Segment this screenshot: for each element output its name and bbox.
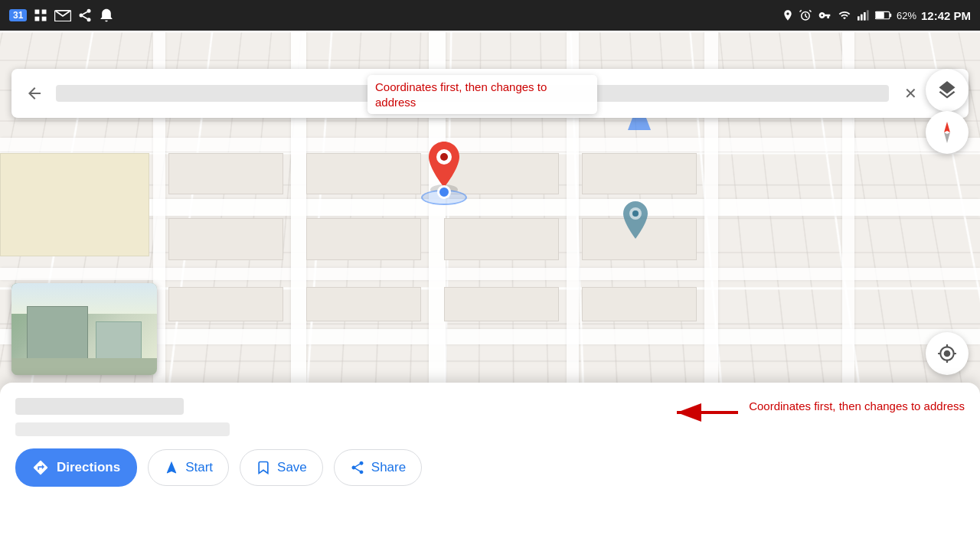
city-block [582, 287, 697, 321]
start-button[interactable]: Start [148, 449, 229, 486]
share-icon [350, 460, 365, 475]
svg-marker-24 [944, 122, 950, 132]
status-bar: 31 62% 12:42 PM [0, 0, 980, 31]
panel-annotation-text: Coordinates first, then changes to addre… [749, 398, 965, 414]
svg-point-23 [632, 210, 639, 217]
city-block [168, 153, 283, 194]
svg-marker-25 [944, 132, 950, 143]
city-block [306, 287, 421, 321]
road-horizontal [0, 138, 980, 152]
panel-annotation: Coordinates first, then changes to addre… [671, 398, 965, 424]
directions-label: Directions [57, 460, 120, 475]
gmail-icon [54, 9, 71, 21]
signal-icon [857, 9, 871, 21]
svg-rect-1 [42, 10, 47, 15]
map-pin [425, 138, 463, 191]
clear-button[interactable]: ✕ [897, 80, 924, 107]
start-label: Start [185, 460, 213, 475]
my-location-button[interactable] [926, 332, 969, 375]
svg-rect-11 [858, 16, 860, 20]
svg-line-9 [83, 11, 88, 14]
vpn-key-icon [817, 9, 832, 21]
svg-rect-14 [867, 10, 869, 20]
annotation-arrow [671, 401, 740, 424]
city-block [582, 153, 697, 194]
svg-rect-16 [890, 14, 891, 18]
directions-button[interactable]: Directions [15, 448, 137, 487]
battery-percentage: 62% [897, 10, 916, 21]
svg-point-6 [80, 14, 83, 18]
svg-rect-3 [42, 17, 47, 21]
address-line2-blurred [15, 422, 230, 436]
svg-rect-0 [35, 10, 40, 15]
thumbnail-building [27, 306, 88, 360]
time-display: 12:42 PM [921, 9, 971, 22]
search-input-area[interactable] [56, 85, 889, 102]
svg-rect-2 [35, 17, 40, 21]
city-block [168, 218, 283, 260]
search-input-blurred [56, 85, 889, 102]
city-block [444, 218, 559, 260]
svg-point-7 [87, 18, 91, 21]
directions-icon [32, 459, 49, 476]
svg-rect-17 [876, 12, 884, 18]
street-view-thumbnail[interactable] [11, 283, 157, 375]
svg-point-5 [87, 9, 91, 13]
navigation-orientation-button[interactable] [926, 111, 969, 154]
status-right-icons: 62% 12:42 PM [782, 8, 971, 23]
city-block [306, 153, 421, 194]
location-status-icon [782, 8, 794, 23]
action-buttons: Directions Start Save Share [15, 448, 965, 487]
arrow-svg [671, 401, 740, 424]
share-icon [77, 8, 93, 23]
svg-rect-12 [861, 15, 863, 21]
start-icon [164, 460, 179, 475]
share-label: Share [371, 460, 406, 475]
search-bar: ✕ [11, 69, 969, 118]
city-block [168, 287, 283, 321]
secondary-pin [620, 199, 651, 244]
alarm-icon [799, 8, 812, 22]
wifi-icon [837, 9, 852, 21]
thumbnail-image [11, 283, 157, 375]
save-label: Save [277, 460, 307, 475]
thumbnail-ground [11, 358, 157, 375]
svg-point-21 [440, 153, 448, 161]
layers-button[interactable] [926, 69, 969, 112]
park-area [0, 153, 149, 256]
road-horizontal-3 [0, 268, 980, 280]
city-block [444, 287, 559, 321]
gallery-icon [33, 8, 48, 23]
pin-svg [425, 138, 463, 191]
address-line1-blurred [15, 398, 184, 415]
svg-line-8 [83, 16, 88, 18]
address-area [15, 398, 655, 436]
date-badge: 31 [9, 9, 27, 21]
pin-blue-dot [437, 185, 451, 199]
share-button[interactable]: Share [334, 449, 422, 486]
save-button[interactable]: Save [240, 449, 323, 486]
city-block [306, 218, 421, 260]
save-icon [256, 460, 271, 475]
thumbnail-building2 [96, 321, 142, 360]
back-button[interactable] [21, 80, 48, 107]
svg-rect-13 [864, 12, 866, 21]
status-left-icons: 31 [9, 8, 114, 23]
panel-top: Coordinates first, then changes to addre… [15, 398, 965, 436]
info-panel: Coordinates first, then changes to addre… [0, 383, 980, 551]
battery-icon [875, 10, 892, 21]
android-auto-icon [99, 8, 114, 23]
